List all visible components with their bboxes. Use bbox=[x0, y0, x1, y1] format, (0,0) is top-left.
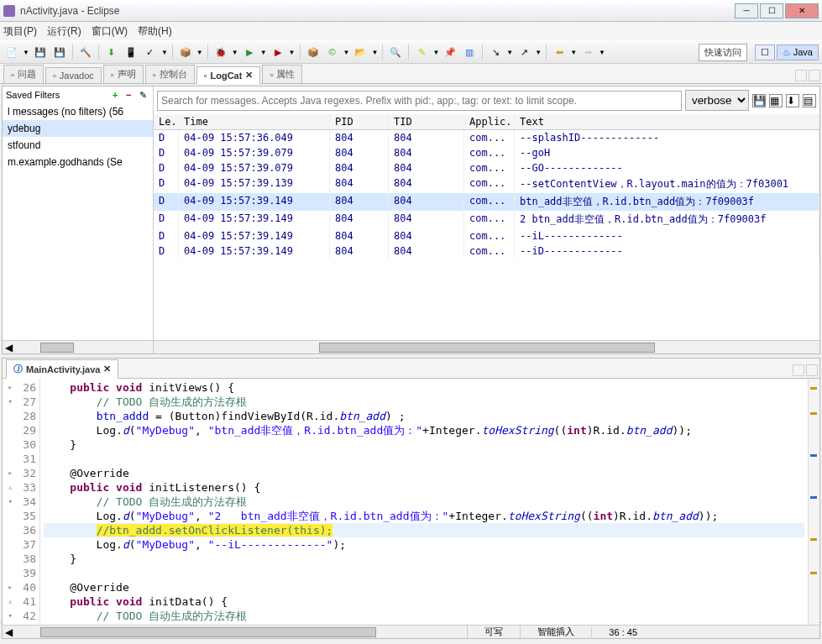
new-proj-button[interactable]: 📦 bbox=[177, 44, 194, 60]
ext-tools-button[interactable]: ▶ bbox=[270, 44, 286, 60]
log-col-header[interactable]: Time bbox=[179, 114, 330, 129]
tool-button[interactable]: 🔨 bbox=[77, 44, 94, 60]
titlebar: nActivity.java - Eclipse ─ ☐ ✕ bbox=[0, 0, 822, 22]
status-cursor-pos: 36 : 45 bbox=[591, 627, 654, 637]
filter-item[interactable]: ydebug bbox=[3, 120, 153, 137]
editor-minimize-icon[interactable] bbox=[793, 364, 804, 376]
window-title: nActivity.java - Eclipse bbox=[20, 5, 735, 17]
javadoc-icon: ▫ bbox=[53, 71, 56, 81]
log-row[interactable]: D04-09 15:57:39.149804804com...btn_add非空… bbox=[154, 193, 819, 211]
log-col-header[interactable]: Le... bbox=[154, 114, 179, 129]
clear-log-icon[interactable]: ▦ bbox=[769, 94, 783, 107]
menu-window[interactable]: 窗口(W) bbox=[92, 24, 128, 39]
log-row[interactable]: D04-09 15:57:36.049804804com...--splashI… bbox=[154, 130, 819, 145]
prev-ann-button[interactable]: ↗ bbox=[516, 44, 532, 60]
log-col-header[interactable]: PID bbox=[330, 114, 389, 129]
quick-access[interactable]: 快速访问 bbox=[699, 44, 747, 61]
view-tab-decl[interactable]: ▫声明 bbox=[103, 65, 144, 83]
scroll-lock-icon[interactable]: ⬇ bbox=[786, 94, 799, 107]
log-row[interactable]: D04-09 15:57:39.079804804com...--goH bbox=[154, 145, 819, 160]
main-toolbar: 📄▼ 💾 💾 🔨 ⬇ 📱 ✓▼ 📦▼ 🐞▼ ▶▼ ▶▼ 📦 ©▼ 📂▼ 🔍 ✎▼… bbox=[0, 40, 822, 64]
run-button[interactable]: ▶ bbox=[241, 44, 258, 60]
saved-filters-panel: Saved Filters + − ✎ l messages (no filte… bbox=[3, 86, 154, 353]
log-col-header[interactable]: Text bbox=[515, 114, 819, 129]
menu-run[interactable]: 运行(R) bbox=[47, 24, 81, 39]
new-button[interactable]: 📄 bbox=[3, 44, 20, 60]
editor-hscroll[interactable]: ◀ bbox=[3, 625, 819, 638]
close-tab-icon[interactable]: ✕ bbox=[103, 364, 111, 374]
next-ann-button[interactable]: ↘ bbox=[487, 44, 504, 60]
log-row[interactable]: D04-09 15:57:39.079804804com...--GO-----… bbox=[154, 160, 819, 175]
view-tab-logcat[interactable]: ▫LogCat ✕ bbox=[196, 66, 261, 84]
menu-help[interactable]: 帮助(H) bbox=[138, 24, 172, 39]
view-tab-javadoc[interactable]: ▫Javadoc bbox=[45, 67, 102, 83]
display-icon[interactable]: ▤ bbox=[803, 94, 816, 107]
pin-button[interactable]: 📌 bbox=[442, 44, 458, 60]
view-minimize-icon[interactable] bbox=[795, 70, 807, 81]
problem-icon: ▫ bbox=[11, 70, 14, 80]
avd-button[interactable]: 📱 bbox=[123, 44, 139, 60]
saved-filters-label: Saved Filters bbox=[6, 90, 109, 100]
editor-maximize-icon[interactable] bbox=[806, 364, 818, 376]
menu-project[interactable]: 项目(P) bbox=[3, 24, 37, 39]
filters-list[interactable]: l messages (no filters) (56ydebugstfound… bbox=[3, 103, 153, 340]
status-writable: 可写 bbox=[467, 626, 520, 638]
filter-item[interactable]: stfound bbox=[3, 137, 153, 154]
console-icon: ▫ bbox=[153, 70, 156, 80]
filter-item[interactable]: m.example.godhands (Se bbox=[3, 154, 153, 170]
new-class-button[interactable]: © bbox=[324, 44, 341, 60]
log-level-select[interactable]: verbose bbox=[685, 90, 749, 111]
new-package-button[interactable]: 📦 bbox=[305, 44, 322, 60]
search-button[interactable]: 🔍 bbox=[387, 44, 404, 60]
toggle-mark-button[interactable]: ✎ bbox=[413, 44, 430, 60]
log-row[interactable]: D04-09 15:57:39.149804804com...--iL-----… bbox=[154, 228, 819, 243]
back-button[interactable]: ⬅ bbox=[551, 44, 568, 60]
editor-tabstrip: Ⓙ MainActivity.java ✕ bbox=[3, 359, 819, 379]
view-tab-console[interactable]: ▫控制台 bbox=[145, 65, 195, 83]
log-col-header[interactable]: Applic... bbox=[464, 114, 515, 129]
add-filter-icon[interactable]: + bbox=[113, 90, 123, 100]
maximize-button[interactable]: ☐ bbox=[760, 3, 783, 18]
filter-item[interactable]: l messages (no filters) (56 bbox=[3, 103, 153, 120]
outline-button[interactable]: ▥ bbox=[461, 44, 478, 60]
code-editor[interactable]: 26▸27▾2829303132▸33▵34▾353637383940▸41▵4… bbox=[3, 379, 819, 625]
log-row[interactable]: D04-09 15:57:39.149804804com...--iD-----… bbox=[154, 243, 819, 259]
debug-button[interactable]: 🐞 bbox=[212, 44, 229, 60]
edit-filter-icon[interactable]: ✎ bbox=[139, 90, 149, 100]
view-tab-problem[interactable]: ▫问题 bbox=[3, 65, 44, 83]
logcat-icon: ▫ bbox=[204, 71, 207, 81]
editor-tab[interactable]: Ⓙ MainActivity.java ✕ bbox=[6, 359, 118, 379]
saveall-button[interactable]: 💾 bbox=[51, 44, 68, 60]
log-row[interactable]: D04-09 15:57:39.139804804com...--setCont… bbox=[154, 175, 819, 193]
logcat-table[interactable]: Le...TimePIDTIDApplic...Text D04-09 15:5… bbox=[154, 114, 819, 340]
overview-ruler[interactable] bbox=[808, 379, 819, 625]
sdk-button[interactable]: ⬇ bbox=[103, 44, 120, 60]
view-maximize-icon[interactable] bbox=[809, 70, 820, 81]
decl-icon: ▫ bbox=[111, 70, 114, 80]
close-button[interactable]: ✕ bbox=[785, 3, 819, 18]
filters-hscroll[interactable]: ◀ bbox=[3, 340, 153, 353]
java-perspective-button[interactable]: ♨Java bbox=[777, 45, 819, 60]
view-tab-props[interactable]: ▫属性 bbox=[262, 65, 302, 83]
fwd-button[interactable]: ➡ bbox=[579, 44, 596, 60]
java-file-icon: Ⓙ bbox=[13, 363, 23, 375]
status-insert: 智能插入 bbox=[520, 626, 591, 638]
logcat-hscroll[interactable] bbox=[154, 340, 819, 353]
log-col-header[interactable]: TID bbox=[389, 114, 464, 129]
editor-tab-label: MainActivity.java bbox=[26, 364, 100, 374]
minimize-button[interactable]: ─ bbox=[735, 3, 758, 18]
open-perspective-button[interactable]: ☐ bbox=[755, 45, 775, 60]
props-icon: ▫ bbox=[270, 70, 273, 80]
menubar: 项目(P) 运行(R) 窗口(W) 帮助(H) bbox=[0, 22, 822, 40]
remove-filter-icon[interactable]: − bbox=[126, 90, 136, 100]
close-tab-icon[interactable]: ✕ bbox=[245, 70, 253, 81]
app-icon bbox=[3, 5, 15, 17]
open-type-button[interactable]: 📂 bbox=[352, 44, 369, 60]
log-row[interactable]: D04-09 15:57:39.149804804com...2 btn_add… bbox=[154, 211, 819, 228]
views-tabstrip: ▫问题▫Javadoc▫声明▫控制台▫LogCat ✕▫属性 bbox=[0, 64, 822, 84]
logcat-search-input[interactable] bbox=[157, 91, 682, 111]
lint-button[interactable]: ✓ bbox=[142, 44, 159, 60]
save-log-icon[interactable]: 💾 bbox=[752, 94, 766, 107]
save-button[interactable]: 💾 bbox=[32, 44, 49, 60]
